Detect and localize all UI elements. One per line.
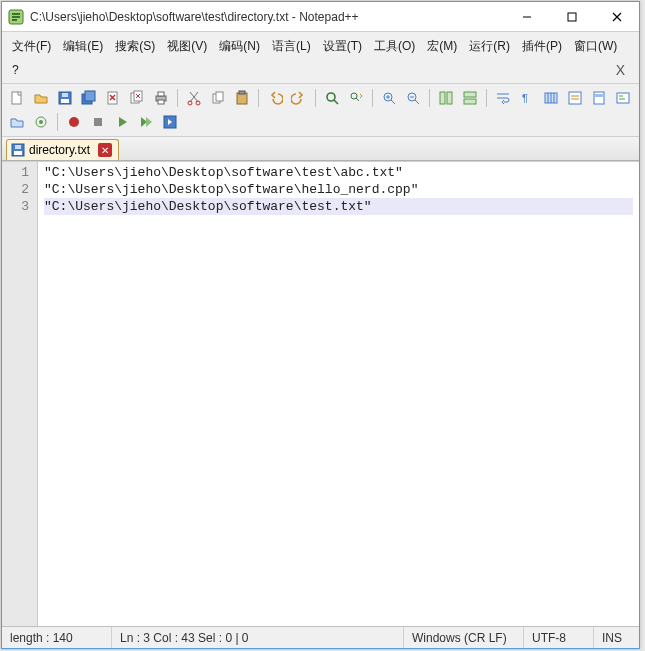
play-multi-icon[interactable] (135, 111, 157, 133)
indent-guide-icon[interactable] (540, 87, 562, 109)
status-encoding[interactable]: UTF-8 (524, 627, 594, 648)
disk-icon (11, 143, 25, 157)
close-file-icon[interactable] (102, 87, 124, 109)
cut-icon[interactable] (183, 87, 205, 109)
paste-icon[interactable] (231, 87, 253, 109)
save-all-icon[interactable] (78, 87, 100, 109)
menu-help[interactable]: ? (6, 60, 25, 80)
tabstrip: directory.txt ✕ (2, 137, 639, 161)
show-all-chars-icon[interactable]: ¶ (516, 87, 538, 109)
replace-icon[interactable] (345, 87, 367, 109)
svg-rect-42 (15, 145, 21, 149)
window-title: C:\Users\jieho\Desktop\software\test\dir… (30, 10, 504, 24)
func-list-icon[interactable] (612, 87, 634, 109)
svg-rect-41 (14, 151, 22, 155)
stop-macro-icon[interactable] (87, 111, 109, 133)
editor: 1 2 3 "C:\Users\jieho\Desktop\software\t… (2, 161, 639, 626)
record-macro-icon[interactable] (63, 111, 85, 133)
menu-view[interactable]: 视图(V) (161, 35, 213, 58)
toolbar: ¶ (2, 84, 639, 137)
menu-macro[interactable]: 宏(M) (421, 35, 463, 58)
status-insert-mode[interactable]: INS (594, 627, 639, 648)
status-eol[interactable]: Windows (CR LF) (404, 627, 524, 648)
code-line: "C:\Users\jieho\Desktop\software\test.tx… (44, 198, 633, 215)
line-number: 1 (2, 164, 37, 181)
svg-point-37 (69, 117, 79, 127)
find-icon[interactable] (321, 87, 343, 109)
menu-encoding[interactable]: 编码(N) (213, 35, 266, 58)
save-icon[interactable] (54, 87, 76, 109)
svg-rect-34 (617, 93, 629, 103)
code-area[interactable]: "C:\Users\jieho\Desktop\software\test\ab… (38, 162, 639, 626)
zoom-in-icon[interactable] (378, 87, 400, 109)
toolbar-separator (486, 89, 487, 107)
menu-plugins[interactable]: 插件(P) (516, 35, 568, 58)
copy-icon[interactable] (207, 87, 229, 109)
svg-rect-3 (12, 92, 21, 104)
wordwrap-icon[interactable] (492, 87, 514, 109)
svg-rect-31 (569, 92, 581, 104)
svg-rect-2 (568, 13, 576, 21)
line-number: 3 (2, 198, 37, 215)
print-icon[interactable] (150, 87, 172, 109)
status-length: length : 140 (2, 627, 112, 648)
folder-workspace-icon[interactable] (6, 111, 28, 133)
toolbar-separator (177, 89, 178, 107)
svg-rect-20 (239, 91, 245, 94)
svg-rect-27 (464, 92, 476, 97)
svg-rect-25 (440, 92, 445, 104)
titlebar: C:\Users\jieho\Desktop\software\test\dir… (2, 2, 639, 32)
svg-rect-26 (447, 92, 452, 104)
open-file-icon[interactable] (30, 87, 52, 109)
svg-rect-6 (62, 93, 68, 97)
file-tab[interactable]: directory.txt ✕ (6, 139, 119, 160)
toolbar-separator (429, 89, 430, 107)
svg-rect-18 (216, 92, 223, 101)
statusbar: length : 140 Ln : 3 Col : 43 Sel : 0 | 0… (2, 626, 639, 648)
menu-run[interactable]: 运行(R) (463, 35, 516, 58)
udl-icon[interactable] (564, 87, 586, 109)
zoom-out-icon[interactable] (402, 87, 424, 109)
menu-settings[interactable]: 设置(T) (317, 35, 368, 58)
svg-text:¶: ¶ (522, 92, 528, 104)
menu-overflow-close[interactable]: X (606, 59, 635, 81)
svg-rect-33 (595, 94, 603, 97)
tab-label: directory.txt (29, 143, 90, 157)
close-all-icon[interactable] (126, 87, 148, 109)
play-macro-icon[interactable] (111, 111, 133, 133)
monitor-icon[interactable] (30, 111, 52, 133)
svg-rect-5 (61, 99, 69, 103)
redo-icon[interactable] (288, 87, 310, 109)
menu-language[interactable]: 语言(L) (266, 35, 317, 58)
svg-rect-14 (158, 100, 164, 104)
svg-rect-28 (464, 99, 476, 104)
line-number-gutter: 1 2 3 (2, 162, 38, 626)
close-button[interactable] (594, 2, 639, 31)
maximize-button[interactable] (549, 2, 594, 31)
minimize-button[interactable] (504, 2, 549, 31)
sync-v-icon[interactable] (435, 87, 457, 109)
toolbar-separator (315, 89, 316, 107)
app-icon (8, 9, 24, 25)
code-line: "C:\Users\jieho\Desktop\software\hello_n… (44, 181, 633, 198)
app-window: C:\Users\jieho\Desktop\software\test\dir… (1, 1, 640, 649)
svg-point-36 (39, 120, 43, 124)
new-file-icon[interactable] (6, 87, 28, 109)
undo-icon[interactable] (264, 87, 286, 109)
toolbar-separator (258, 89, 259, 107)
menu-tools[interactable]: 工具(O) (368, 35, 421, 58)
menu-file[interactable]: 文件(F) (6, 35, 57, 58)
window-controls (504, 2, 639, 31)
sync-h-icon[interactable] (459, 87, 481, 109)
menubar: 文件(F) 编辑(E) 搜索(S) 视图(V) 编码(N) 语言(L) 设置(T… (2, 32, 639, 84)
menu-edit[interactable]: 编辑(E) (57, 35, 109, 58)
menu-window[interactable]: 窗口(W) (568, 35, 623, 58)
tab-close-icon[interactable]: ✕ (98, 143, 112, 157)
svg-rect-19 (237, 93, 247, 104)
svg-point-21 (327, 93, 335, 101)
svg-rect-38 (94, 118, 102, 126)
save-macro-icon[interactable] (159, 111, 181, 133)
doc-map-icon[interactable] (588, 87, 610, 109)
svg-rect-8 (85, 91, 95, 101)
menu-search[interactable]: 搜索(S) (109, 35, 161, 58)
